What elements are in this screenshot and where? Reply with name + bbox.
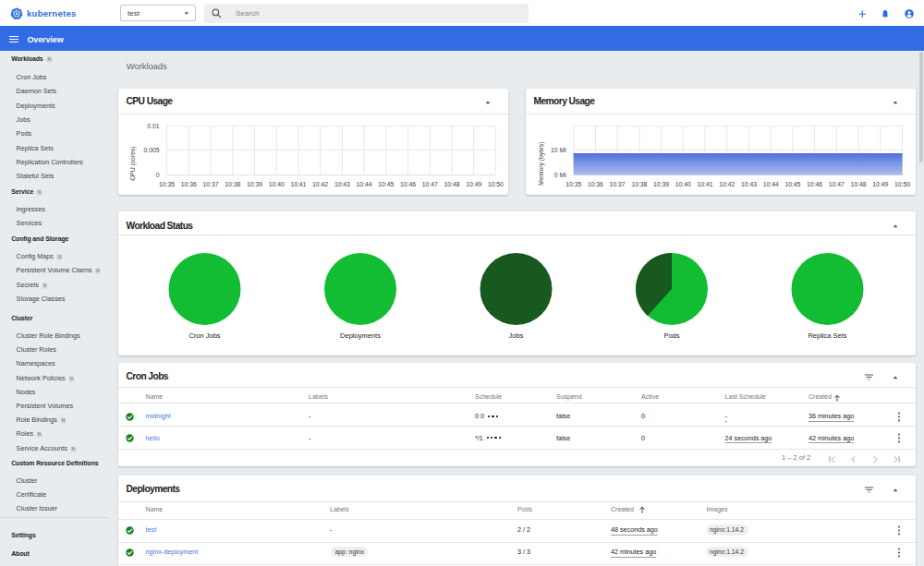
svg-text:10:42: 10:42 [312,181,328,187]
svg-text:10:50: 10:50 [488,181,504,187]
svg-text:10:37: 10:37 [610,181,626,187]
svg-text:10:41: 10:41 [697,181,712,187]
svg-text:10:35: 10:35 [565,181,581,187]
svg-text:10:44: 10:44 [763,181,779,187]
svg-text:Memory (bytes): Memory (bytes) [538,141,545,185]
svg-text:10:39: 10:39 [247,181,262,187]
svg-text:10:41: 10:41 [290,181,306,187]
svg-text:10:39: 10:39 [653,181,669,187]
svg-text:10:36: 10:36 [181,181,197,187]
svg-text:10:36: 10:36 [588,181,603,187]
svg-text:CPU (cores): CPU (cores) [129,146,137,180]
svg-text:10:50: 10:50 [894,181,910,187]
svg-text:10:44: 10:44 [357,181,372,187]
svg-text:10:49: 10:49 [466,181,481,187]
svg-text:10:38: 10:38 [225,181,240,187]
svg-text:0 Mi: 0 Mi [554,172,566,178]
svg-text:10 Mi: 10 Mi [551,147,566,153]
svg-text:10:46: 10:46 [807,181,822,187]
svg-text:10:37: 10:37 [202,181,218,187]
svg-text:10:35: 10:35 [159,181,175,187]
svg-text:10:47: 10:47 [829,181,845,187]
svg-text:10:45: 10:45 [378,181,394,187]
svg-text:0: 0 [156,172,160,178]
svg-text:10:40: 10:40 [675,181,691,187]
svg-text:10:46: 10:46 [400,181,416,187]
svg-text:10:47: 10:47 [422,181,438,187]
svg-text:10:43: 10:43 [334,181,350,187]
svg-text:0.005: 0.005 [144,147,160,153]
svg-text:10:49: 10:49 [872,181,888,187]
svg-text:10:45: 10:45 [784,181,800,187]
svg-text:10:48: 10:48 [851,181,867,187]
svg-text:0.01: 0.01 [147,123,159,129]
svg-text:10:40: 10:40 [269,181,285,187]
svg-text:10:48: 10:48 [444,181,459,187]
svg-text:10:43: 10:43 [741,181,757,187]
svg-text:10:38: 10:38 [631,181,647,187]
svg-text:10:42: 10:42 [719,181,735,187]
